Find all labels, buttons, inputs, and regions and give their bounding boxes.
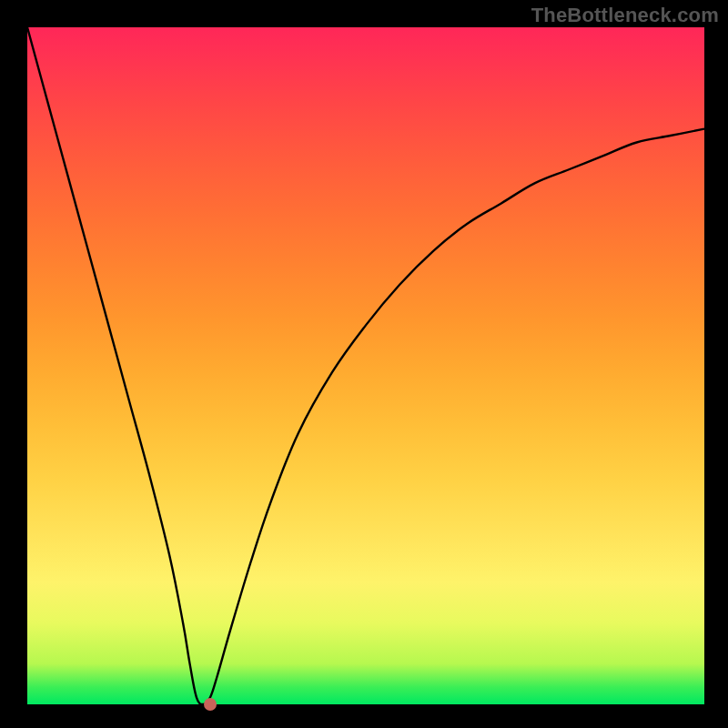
chart-frame: TheBottleneck.com [0,0,728,728]
marker-dot [204,698,217,711]
curve-svg [27,27,704,704]
plot-area [27,27,704,704]
watermark-text: TheBottleneck.com [531,4,719,27]
curve-line [27,27,704,704]
